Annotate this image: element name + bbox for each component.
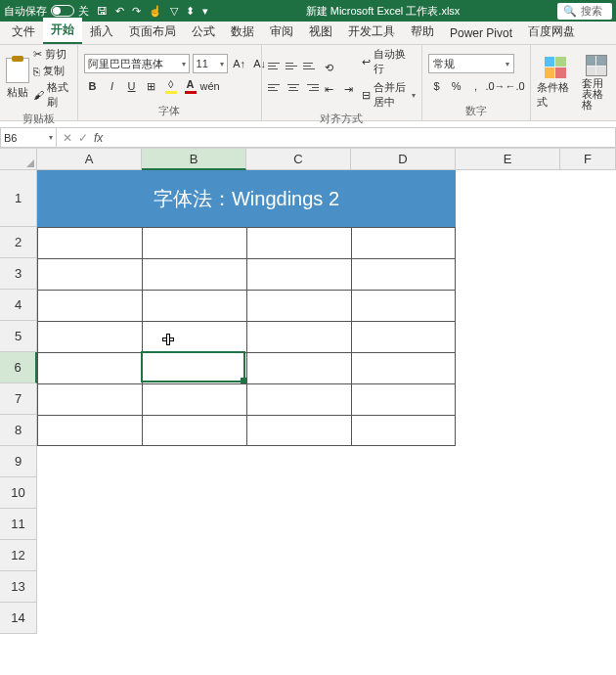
fill-color-button[interactable]: ◊ bbox=[162, 77, 180, 95]
align-bottom-button[interactable] bbox=[303, 59, 319, 72]
font-size-select[interactable]: 11▾ bbox=[193, 54, 228, 73]
tab-数据[interactable]: 数据 bbox=[223, 20, 262, 44]
comma-format-button[interactable]: , bbox=[467, 77, 485, 95]
tab-开发工具[interactable]: 开发工具 bbox=[340, 20, 403, 44]
chevron-down-icon: ▾ bbox=[506, 60, 509, 68]
tab-帮助[interactable]: 帮助 bbox=[403, 20, 442, 44]
touch-mode-icon[interactable]: ☝ bbox=[149, 5, 162, 18]
row-header-14[interactable]: 14 bbox=[0, 603, 37, 634]
sort-icon[interactable]: ⬍ bbox=[186, 5, 195, 18]
name-box-value: B6 bbox=[4, 132, 17, 144]
filter-icon[interactable]: ▽ bbox=[170, 5, 178, 18]
border-button[interactable]: ⊞ bbox=[143, 77, 160, 95]
decrease-decimal-button[interactable]: ←.0 bbox=[506, 77, 524, 95]
align-top-button[interactable] bbox=[268, 59, 284, 72]
merge-center-button[interactable]: ⊟合并后居中▾ bbox=[362, 80, 416, 110]
italic-button[interactable]: I bbox=[104, 77, 121, 95]
row-header-7[interactable]: 7 bbox=[0, 383, 37, 415]
accounting-format-button[interactable]: $ bbox=[428, 77, 446, 95]
merge-label: 合并后居中 bbox=[374, 80, 409, 110]
tab-视图[interactable]: 视图 bbox=[301, 20, 340, 44]
column-header-D[interactable]: D bbox=[351, 149, 456, 170]
column-header-C[interactable]: C bbox=[246, 149, 351, 170]
copy-icon: ⎘ bbox=[33, 66, 40, 77]
row-header-2[interactable]: 2 bbox=[0, 227, 37, 258]
row-headers: 1234567891011121314 bbox=[0, 170, 37, 634]
column-header-F[interactable]: F bbox=[560, 149, 616, 170]
redo-icon[interactable]: ↷ bbox=[132, 5, 141, 18]
font-name-select[interactable]: 阿里巴巴普惠体▾ bbox=[84, 54, 190, 73]
increase-indent-button[interactable]: ⇥ bbox=[340, 80, 358, 98]
enter-formula-icon[interactable]: ✓ bbox=[78, 131, 88, 145]
orientation-button[interactable]: ⟲ bbox=[321, 59, 338, 76]
column-header-A[interactable]: A bbox=[37, 149, 142, 170]
phonetic-button[interactable]: wén bbox=[201, 77, 219, 95]
percent-format-button[interactable]: % bbox=[448, 77, 465, 95]
search-label: 搜索 bbox=[581, 4, 602, 19]
copy-button[interactable]: ⎘复制 bbox=[33, 64, 71, 78]
row-header-3[interactable]: 3 bbox=[0, 258, 37, 290]
row-header-6[interactable]: 6 bbox=[0, 352, 37, 383]
underline-button[interactable]: U bbox=[123, 77, 141, 95]
format-painter-label: 格式刷 bbox=[47, 80, 71, 110]
format-painter-button[interactable]: 🖌格式刷 bbox=[33, 80, 71, 110]
font-color-button[interactable]: A bbox=[182, 77, 199, 95]
column-header-E[interactable]: E bbox=[456, 149, 560, 170]
tab-百度网盘[interactable]: 百度网盘 bbox=[520, 20, 583, 44]
tab-文件[interactable]: 文件 bbox=[4, 20, 43, 44]
row-header-9[interactable]: 9 bbox=[0, 446, 37, 477]
ribbon-tabs: 文件开始插入页面布局公式数据审阅视图开发工具帮助Power Pivot百度网盘 bbox=[0, 22, 616, 45]
wrap-text-button[interactable]: ↩自动换行 bbox=[362, 47, 416, 76]
save-icon[interactable]: 🖫 bbox=[97, 5, 108, 17]
row-header-8[interactable]: 8 bbox=[0, 415, 37, 446]
autosave-toggle[interactable]: 自动保存 关 bbox=[4, 4, 89, 19]
quick-access-toolbar: 🖫 ↶ ↷ ☝ ▽ ⬍ ▾ bbox=[97, 5, 208, 18]
title-bar: 自动保存 关 🖫 ↶ ↷ ☝ ▽ ⬍ ▾ 新建 Microsoft Excel … bbox=[0, 0, 616, 22]
row-header-12[interactable]: 12 bbox=[0, 540, 37, 571]
paste-button[interactable]: 粘贴 bbox=[6, 58, 29, 100]
cut-button[interactable]: ✂剪切 bbox=[33, 47, 71, 62]
cancel-formula-icon[interactable]: ✕ bbox=[63, 131, 72, 145]
column-header-B[interactable]: B bbox=[142, 149, 246, 170]
align-middle-button[interactable] bbox=[286, 59, 301, 72]
styles-group: 条件格式 套用 表格格 bbox=[531, 45, 616, 120]
number-format-select[interactable]: 常规▾ bbox=[428, 54, 514, 73]
row-header-13[interactable]: 13 bbox=[0, 571, 37, 603]
search-box[interactable]: 🔍 搜索 bbox=[557, 3, 612, 20]
undo-icon[interactable]: ↶ bbox=[115, 5, 124, 18]
font-size-value: 11 bbox=[197, 58, 208, 69]
banner-cell[interactable]: 字体法：Wingdings 2 bbox=[37, 170, 456, 227]
bucket-icon: ◊ bbox=[168, 78, 173, 90]
tab-Power Pivot[interactable]: Power Pivot bbox=[442, 22, 520, 44]
row-header-1[interactable]: 1 bbox=[0, 170, 37, 227]
align-right-button[interactable] bbox=[303, 80, 319, 94]
row-header-10[interactable]: 10 bbox=[0, 477, 37, 509]
tab-开始[interactable]: 开始 bbox=[43, 18, 82, 44]
increase-font-icon[interactable]: A↑ bbox=[231, 55, 248, 72]
align-left-button[interactable] bbox=[268, 80, 284, 94]
decrease-indent-button[interactable]: ⇤ bbox=[321, 80, 338, 98]
select-all-corner[interactable] bbox=[0, 149, 37, 170]
scissors-icon: ✂ bbox=[33, 48, 42, 61]
increase-decimal-button[interactable]: .0→ bbox=[487, 77, 505, 95]
name-box[interactable]: B6▾ bbox=[0, 127, 57, 148]
tab-公式[interactable]: 公式 bbox=[184, 20, 223, 44]
insert-function-button[interactable]: fx bbox=[94, 131, 103, 145]
align-center-button[interactable] bbox=[286, 80, 301, 94]
tab-插入[interactable]: 插入 bbox=[82, 20, 121, 44]
format-as-table-button[interactable]: 套用 表格格 bbox=[582, 55, 610, 111]
conditional-format-button[interactable]: 条件格式 bbox=[537, 57, 575, 110]
cells-area[interactable]: 字体法：Wingdings 2 bbox=[37, 170, 616, 634]
chevron-down-icon: ▾ bbox=[182, 60, 186, 68]
row-header-5[interactable]: 5 bbox=[0, 321, 37, 352]
row-header-4[interactable]: 4 bbox=[0, 290, 37, 321]
tab-审阅[interactable]: 审阅 bbox=[262, 20, 301, 44]
formula-input[interactable] bbox=[109, 127, 616, 148]
column-headers: ABCDEF bbox=[37, 149, 616, 170]
fill-color-swatch bbox=[165, 91, 177, 94]
font-group-label: 字体 bbox=[84, 102, 255, 118]
cut-label: 剪切 bbox=[45, 47, 66, 62]
tab-页面布局[interactable]: 页面布局 bbox=[121, 20, 184, 44]
row-header-11[interactable]: 11 bbox=[0, 509, 37, 540]
bold-button[interactable]: B bbox=[84, 77, 102, 95]
